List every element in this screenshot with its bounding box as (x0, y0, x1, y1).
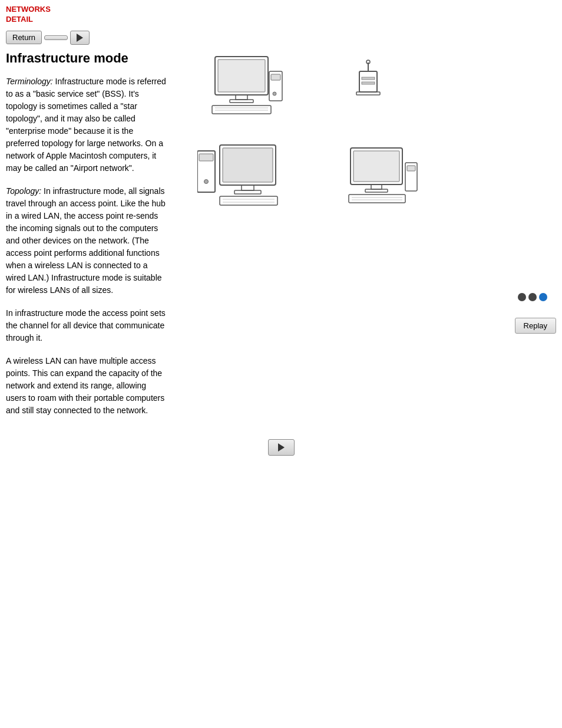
illustration-area: Replay (180, 51, 556, 334)
svg-rect-4 (212, 106, 271, 114)
page-title: Infrastructure mode (6, 51, 168, 66)
svg-rect-13 (362, 77, 375, 80)
svg-point-9 (273, 92, 276, 95)
animation-dots (518, 293, 547, 301)
svg-rect-44 (407, 166, 415, 171)
dot-1 (518, 293, 526, 301)
svg-point-28 (204, 179, 209, 183)
play-icon (77, 34, 83, 42)
svg-rect-40 (349, 195, 405, 203)
return-button[interactable]: Return (6, 31, 42, 44)
header: NETWORKS DETAIL (0, 0, 562, 27)
svg-rect-33 (220, 196, 277, 205)
topology-text: In infrastructure mode, all signals trav… (6, 186, 166, 295)
bottom-play-icon (278, 443, 285, 452)
computer-top-left (209, 54, 286, 118)
computer-mid-left (197, 139, 280, 210)
left-panel: Infrastructure mode Terminology: Infrast… (6, 51, 168, 427)
topology-label: Topology: (6, 186, 41, 196)
main-layout: Infrastructure mode Terminology: Infrast… (0, 51, 562, 427)
svg-rect-10 (359, 71, 377, 92)
svg-rect-38 (371, 185, 382, 189)
terminology-text: Infrastructure mode is referred to as a … (6, 77, 166, 173)
bottom-play-button[interactable] (268, 439, 295, 456)
replay-button[interactable]: Replay (515, 318, 556, 334)
blank-button[interactable] (44, 35, 68, 40)
svg-rect-27 (199, 154, 213, 161)
svg-rect-14 (362, 82, 375, 84)
svg-rect-3 (230, 100, 253, 103)
computer-mid-center (348, 145, 418, 210)
svg-rect-2 (236, 95, 247, 100)
svg-rect-32 (234, 190, 261, 194)
svg-rect-37 (353, 151, 399, 182)
paragraph-terminology: Terminology: Infrastructure mode is refe… (6, 75, 168, 174)
svg-rect-15 (356, 92, 380, 95)
terminology-label: Terminology: (6, 77, 53, 86)
svg-rect-8 (271, 74, 280, 80)
paragraph-channel: In infrastructure mode the access point … (6, 307, 168, 344)
bottom-nav (0, 427, 562, 473)
toolbar: Return (0, 27, 562, 51)
header-networks: NETWORKS (6, 5, 556, 15)
svg-rect-39 (365, 189, 388, 192)
svg-rect-1 (218, 60, 265, 92)
access-point-device (351, 60, 386, 101)
svg-rect-31 (242, 185, 254, 190)
svg-rect-30 (223, 148, 273, 182)
header-detail: DETAIL (6, 15, 556, 25)
paragraph-multiple-ap: A wireless LAN can have multiple access … (6, 355, 168, 417)
play-button[interactable] (70, 31, 90, 45)
dot-3 (539, 293, 547, 301)
dot-2 (528, 293, 537, 301)
paragraph-topology: Topology: In infrastructure mode, all si… (6, 185, 168, 297)
right-panel: Replay (180, 51, 556, 427)
